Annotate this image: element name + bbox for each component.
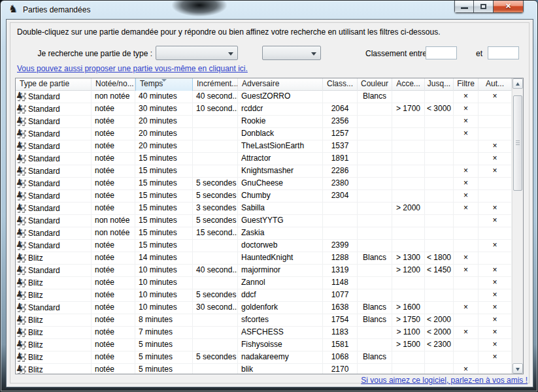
column-header-1[interactable]: Notée/no...	[92, 78, 135, 91]
vertical-scrollbar[interactable]	[512, 78, 523, 374]
cell-8	[425, 203, 454, 215]
table-row[interactable]: Blitznotée8 minutessfcortes1754Blancs> 1…	[16, 314, 512, 327]
chess-pawn-board-icon	[18, 192, 26, 201]
maximize-button[interactable]	[474, 1, 494, 13]
window-title: Parties demandées	[23, 5, 90, 14]
and-label: et	[476, 49, 482, 58]
game-type-text: Standard	[28, 191, 60, 202]
table-row[interactable]: Standardnotée20 minutesTheLastSionEarth1…	[16, 140, 512, 153]
table-row[interactable]: Standardnon notée15 minutes5 secondesGue…	[16, 215, 512, 227]
sort-descending-icon	[161, 79, 167, 82]
cell-2: 15 minutes	[135, 190, 193, 203]
cell-3	[193, 128, 238, 140]
table-row[interactable]: Standardnotée10 minutes40 second...major…	[16, 265, 512, 277]
rating-between-label: Classement entre	[365, 49, 427, 58]
column-header-4[interactable]: Adversaire	[238, 78, 323, 91]
scrollbar-thumb[interactable]	[513, 95, 522, 191]
cell-0: Standard	[16, 103, 92, 116]
column-header-2[interactable]: Temps	[135, 78, 193, 91]
table-row[interactable]: Standardnotée15 minutes3 secondesSabilla…	[16, 203, 512, 215]
cell-10	[479, 364, 512, 374]
game-type-label: Je recherche une partie de type :	[20, 49, 152, 58]
cell-5	[323, 203, 358, 215]
table-row[interactable]: Standardnotée15 minutes5 secondesChumby2…	[16, 190, 512, 203]
rating-min-input[interactable]	[426, 46, 457, 59]
column-header-6[interactable]: Couleur	[358, 78, 392, 91]
table-row[interactable]: Blitznotée5 minutesblik2170×	[16, 364, 512, 374]
cell-7	[392, 227, 425, 240]
table-row[interactable]: Blitznotée14 minutesHauntedKnight1288Bla…	[16, 252, 512, 265]
secondary-filter-select[interactable]	[262, 46, 321, 60]
cell-4: Donblack	[238, 128, 323, 140]
table-row[interactable]: Standardnotée15 minutesKnightsmasher2286…	[16, 165, 512, 178]
table-row[interactable]: Standardnotée20 minutesRookie2356×	[16, 116, 512, 128]
close-button[interactable]: ✕	[494, 1, 524, 13]
game-type-text: Blitz	[28, 327, 43, 338]
cell-9	[454, 351, 479, 364]
cell-0: Blitz	[16, 327, 92, 339]
table-row[interactable]: Standardnotée15 minutesAttractor1891×	[16, 153, 512, 165]
cell-10: ×	[479, 240, 512, 252]
cell-9: ×	[454, 327, 479, 339]
cell-3: 40 second...	[193, 265, 238, 277]
scroll-down-arrow-icon[interactable]	[513, 363, 523, 374]
column-header-3[interactable]: Incrément...	[193, 78, 238, 91]
game-type-text: Standard	[28, 240, 60, 252]
cell-10: ×	[479, 339, 512, 351]
game-type-text: Standard	[28, 228, 60, 239]
title-bar[interactable]: ♞ Parties demandées ✕	[1, 1, 537, 19]
cell-5	[323, 227, 358, 240]
cell-6	[358, 364, 392, 374]
table-row[interactable]: Standardnotée15 minutes5 secondesGnuChee…	[16, 178, 512, 190]
cell-6	[358, 277, 392, 289]
cell-10: ×	[479, 289, 512, 302]
column-header-9[interactable]: Filtre	[454, 78, 479, 91]
scroll-up-arrow-icon[interactable]	[513, 78, 523, 89]
table-row[interactable]: Blitznotée7 minutesASFCHESS1183> 1100< 2…	[16, 327, 512, 339]
cell-3: 10 second...	[193, 103, 238, 116]
cell-5: 1891	[323, 153, 358, 165]
cell-10: ×	[479, 327, 512, 339]
cell-9	[454, 153, 479, 165]
rating-max-input[interactable]	[488, 46, 519, 59]
table-row[interactable]: Standardnon notée15 minutes15 second...Z…	[16, 227, 512, 240]
column-header-0[interactable]: Type de partie	[16, 78, 92, 91]
cell-8	[425, 277, 454, 289]
cell-6	[358, 116, 392, 128]
table-row[interactable]: Blitznotée5 minutes5 secondesnadakareemy…	[16, 351, 512, 364]
propose-game-link[interactable]: Vous pouvez aussi proposer une partie vo…	[17, 64, 248, 73]
cell-10: ×	[479, 277, 512, 289]
share-software-link[interactable]: Si vous aimez ce logiciel, parlez-en à v…	[361, 376, 528, 385]
cell-7: > 1600	[392, 302, 425, 314]
cell-2: 15 minutes	[135, 203, 193, 215]
column-header-8[interactable]: Jusq...	[425, 78, 454, 91]
column-header-5[interactable]: Class...	[323, 78, 358, 91]
table-row[interactable]: Blitznotée10 minutesZannol1148×	[16, 277, 512, 289]
cell-4: doctorweb	[238, 240, 323, 252]
game-type-select[interactable]	[156, 46, 238, 60]
cell-3: 15 second...	[193, 227, 238, 240]
cell-7: > 1750	[392, 314, 425, 327]
table-row[interactable]: Standardnotée10 minutes30 second...golde…	[16, 302, 512, 314]
column-header-10[interactable]: Aut...	[479, 78, 512, 91]
game-type-text: Standard	[28, 141, 60, 152]
cell-4: nadakareemy	[238, 351, 323, 364]
game-type-text: Blitz	[28, 315, 43, 326]
cell-9	[454, 339, 479, 351]
cell-10	[479, 178, 512, 190]
cell-10	[479, 128, 512, 140]
table-row[interactable]: Blitznotée10 minutes5 secondesddcf1077×	[16, 289, 512, 302]
cell-1: notée	[92, 364, 135, 374]
cell-3	[193, 364, 238, 374]
table-row[interactable]: Blitznotée5 minutesFishysoisse1581> 1500…	[16, 339, 512, 351]
table-row[interactable]: Standardnon notée40 minutes40 second...G…	[16, 91, 512, 103]
dialog-window: ♞ Parties demandées ✕ Double-cliquez sur…	[0, 0, 538, 392]
table-row[interactable]: Standardnotée20 minutesDonblack1257×	[16, 128, 512, 140]
minimize-button[interactable]	[454, 1, 474, 13]
cell-1: notée	[92, 314, 135, 327]
table-row[interactable]: Standardnotée30 minutes10 second...rcddc…	[16, 103, 512, 116]
column-header-7[interactable]: Acce...	[392, 78, 425, 91]
chess-pawn-board-icon	[18, 254, 26, 263]
chess-pawn-board-icon	[18, 217, 26, 225]
table-row[interactable]: Standardnotée15 minutesdoctorweb2399×	[16, 240, 512, 252]
